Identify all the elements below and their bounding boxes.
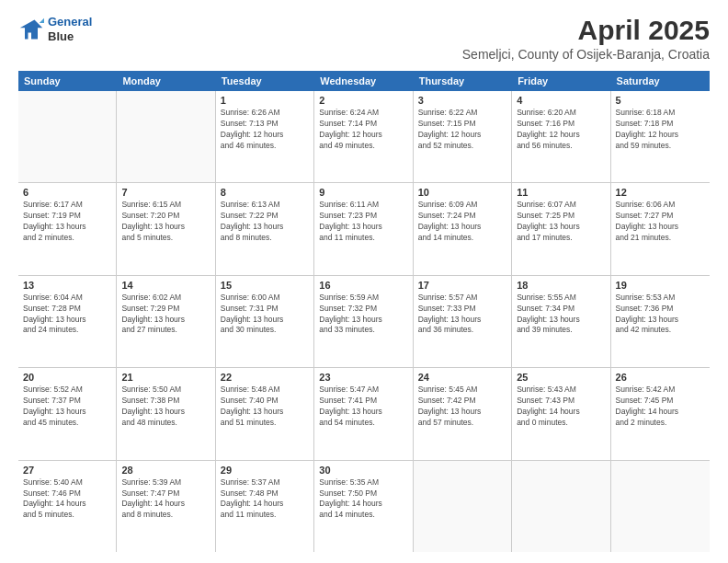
- day-info: Sunrise: 6:15 AM Sunset: 7:20 PM Dayligh…: [121, 200, 210, 244]
- day-info: Sunrise: 5:59 AM Sunset: 7:32 PM Dayligh…: [319, 293, 407, 337]
- calendar-cell: 18Sunrise: 5:55 AM Sunset: 7:34 PM Dayli…: [512, 276, 610, 367]
- logo-icon: [18, 17, 44, 42]
- day-info: Sunrise: 6:06 AM Sunset: 7:27 PM Dayligh…: [616, 200, 705, 244]
- day-number: 5: [616, 95, 705, 106]
- calendar-cell: 5Sunrise: 6:18 AM Sunset: 7:18 PM Daylig…: [611, 91, 710, 182]
- day-number: 16: [319, 280, 407, 291]
- page: General Blue April 2025 Semeljci, County…: [0, 0, 728, 563]
- weekday-header-monday: Monday: [117, 71, 215, 91]
- day-number: 12: [616, 187, 705, 198]
- calendar-cell: 15Sunrise: 6:00 AM Sunset: 7:31 PM Dayli…: [216, 276, 314, 367]
- calendar-cell: 8Sunrise: 6:13 AM Sunset: 7:22 PM Daylig…: [216, 183, 314, 274]
- calendar-cell: 6Sunrise: 6:17 AM Sunset: 7:19 PM Daylig…: [18, 183, 117, 274]
- day-info: Sunrise: 6:20 AM Sunset: 7:16 PM Dayligh…: [517, 108, 605, 152]
- day-info: Sunrise: 6:13 AM Sunset: 7:22 PM Dayligh…: [221, 200, 309, 244]
- logo-blue: Blue: [48, 29, 92, 44]
- day-info: Sunrise: 6:22 AM Sunset: 7:15 PM Dayligh…: [418, 108, 506, 152]
- calendar-cell: 28Sunrise: 5:39 AM Sunset: 7:47 PM Dayli…: [117, 461, 215, 552]
- day-number: 8: [221, 187, 309, 198]
- calendar-cell: [414, 461, 512, 552]
- day-number: 3: [418, 95, 506, 106]
- day-info: Sunrise: 5:50 AM Sunset: 7:38 PM Dayligh…: [121, 385, 210, 429]
- calendar-cell: 21Sunrise: 5:50 AM Sunset: 7:38 PM Dayli…: [117, 368, 215, 459]
- calendar-cell: 10Sunrise: 6:09 AM Sunset: 7:24 PM Dayli…: [414, 183, 512, 274]
- title-block: April 2025 Semeljci, County of Osijek-Ba…: [462, 15, 710, 62]
- calendar-cell: 23Sunrise: 5:47 AM Sunset: 7:41 PM Dayli…: [314, 368, 413, 459]
- calendar-cell: [611, 461, 710, 552]
- calendar-row-2: 6Sunrise: 6:17 AM Sunset: 7:19 PM Daylig…: [18, 183, 710, 275]
- day-number: 15: [221, 280, 309, 291]
- calendar-row-5: 27Sunrise: 5:40 AM Sunset: 7:46 PM Dayli…: [18, 461, 710, 552]
- calendar-cell: 30Sunrise: 5:35 AM Sunset: 7:50 PM Dayli…: [314, 461, 413, 552]
- day-info: Sunrise: 6:07 AM Sunset: 7:25 PM Dayligh…: [517, 200, 605, 244]
- logo-text: General Blue: [48, 15, 92, 43]
- calendar-cell: [18, 91, 117, 182]
- svg-marker-2: [40, 17, 44, 22]
- day-info: Sunrise: 6:09 AM Sunset: 7:24 PM Dayligh…: [418, 200, 506, 244]
- day-info: Sunrise: 6:18 AM Sunset: 7:18 PM Dayligh…: [616, 108, 705, 152]
- calendar-cell: 25Sunrise: 5:43 AM Sunset: 7:43 PM Dayli…: [512, 368, 610, 459]
- weekday-header-friday: Friday: [512, 71, 610, 91]
- day-number: 22: [221, 372, 309, 383]
- day-number: 13: [23, 280, 111, 291]
- weekday-header-tuesday: Tuesday: [216, 71, 314, 91]
- day-info: Sunrise: 5:45 AM Sunset: 7:42 PM Dayligh…: [418, 385, 506, 429]
- day-number: 17: [418, 280, 506, 291]
- day-info: Sunrise: 5:47 AM Sunset: 7:41 PM Dayligh…: [319, 385, 407, 429]
- weekday-header-thursday: Thursday: [414, 71, 512, 91]
- calendar-header: SundayMondayTuesdayWednesdayThursdayFrid…: [18, 71, 710, 91]
- calendar-cell: 17Sunrise: 5:57 AM Sunset: 7:33 PM Dayli…: [414, 276, 512, 367]
- day-info: Sunrise: 5:57 AM Sunset: 7:33 PM Dayligh…: [418, 293, 506, 337]
- day-number: 26: [616, 372, 705, 383]
- day-number: 30: [319, 465, 407, 476]
- calendar-cell: 20Sunrise: 5:52 AM Sunset: 7:37 PM Dayli…: [18, 368, 117, 459]
- calendar-cell: 24Sunrise: 5:45 AM Sunset: 7:42 PM Dayli…: [414, 368, 512, 459]
- calendar-body: 1Sunrise: 6:26 AM Sunset: 7:13 PM Daylig…: [18, 91, 710, 552]
- calendar-cell: 22Sunrise: 5:48 AM Sunset: 7:40 PM Dayli…: [216, 368, 314, 459]
- weekday-header-saturday: Saturday: [611, 71, 710, 91]
- day-number: 29: [221, 465, 309, 476]
- logo: General Blue: [18, 15, 92, 43]
- day-number: 9: [319, 187, 407, 198]
- calendar-cell: 11Sunrise: 6:07 AM Sunset: 7:25 PM Dayli…: [512, 183, 610, 274]
- day-number: 11: [517, 187, 605, 198]
- day-info: Sunrise: 6:26 AM Sunset: 7:13 PM Dayligh…: [221, 108, 309, 152]
- calendar-cell: 26Sunrise: 5:42 AM Sunset: 7:45 PM Dayli…: [611, 368, 710, 459]
- day-number: 7: [121, 187, 210, 198]
- day-number: 25: [517, 372, 605, 383]
- day-number: 27: [23, 465, 111, 476]
- day-info: Sunrise: 6:24 AM Sunset: 7:14 PM Dayligh…: [319, 108, 407, 152]
- weekday-header-sunday: Sunday: [18, 71, 117, 91]
- day-number: 24: [418, 372, 506, 383]
- calendar-cell: 16Sunrise: 5:59 AM Sunset: 7:32 PM Dayli…: [314, 276, 413, 367]
- header: General Blue April 2025 Semeljci, County…: [18, 15, 710, 62]
- day-info: Sunrise: 6:02 AM Sunset: 7:29 PM Dayligh…: [121, 293, 210, 337]
- day-number: 10: [418, 187, 506, 198]
- calendar-cell: 4Sunrise: 6:20 AM Sunset: 7:16 PM Daylig…: [512, 91, 610, 182]
- calendar-cell: 27Sunrise: 5:40 AM Sunset: 7:46 PM Dayli…: [18, 461, 117, 552]
- day-info: Sunrise: 5:37 AM Sunset: 7:48 PM Dayligh…: [221, 477, 309, 522]
- calendar: SundayMondayTuesdayWednesdayThursdayFrid…: [18, 71, 710, 552]
- day-number: 19: [616, 280, 705, 291]
- calendar-cell: 3Sunrise: 6:22 AM Sunset: 7:15 PM Daylig…: [414, 91, 512, 182]
- day-number: 14: [121, 280, 210, 291]
- day-info: Sunrise: 5:39 AM Sunset: 7:47 PM Dayligh…: [121, 477, 210, 522]
- calendar-cell: 19Sunrise: 5:53 AM Sunset: 7:36 PM Dayli…: [611, 276, 710, 367]
- day-number: 18: [517, 280, 605, 291]
- calendar-cell: 13Sunrise: 6:04 AM Sunset: 7:28 PM Dayli…: [18, 276, 117, 367]
- day-info: Sunrise: 6:04 AM Sunset: 7:28 PM Dayligh…: [23, 293, 111, 337]
- logo-general: General: [48, 15, 92, 29]
- day-info: Sunrise: 5:42 AM Sunset: 7:45 PM Dayligh…: [616, 385, 705, 429]
- day-number: 21: [121, 372, 210, 383]
- day-info: Sunrise: 5:48 AM Sunset: 7:40 PM Dayligh…: [221, 385, 309, 429]
- day-info: Sunrise: 5:52 AM Sunset: 7:37 PM Dayligh…: [23, 385, 111, 429]
- day-number: 6: [23, 187, 111, 198]
- calendar-cell: 1Sunrise: 6:26 AM Sunset: 7:13 PM Daylig…: [216, 91, 314, 182]
- calendar-row-3: 13Sunrise: 6:04 AM Sunset: 7:28 PM Dayli…: [18, 276, 710, 368]
- day-info: Sunrise: 5:43 AM Sunset: 7:43 PM Dayligh…: [517, 385, 605, 429]
- day-number: 4: [517, 95, 605, 106]
- calendar-row-4: 20Sunrise: 5:52 AM Sunset: 7:37 PM Dayli…: [18, 368, 710, 460]
- day-info: Sunrise: 5:55 AM Sunset: 7:34 PM Dayligh…: [517, 293, 605, 337]
- day-number: 28: [121, 465, 210, 476]
- day-number: 2: [319, 95, 407, 106]
